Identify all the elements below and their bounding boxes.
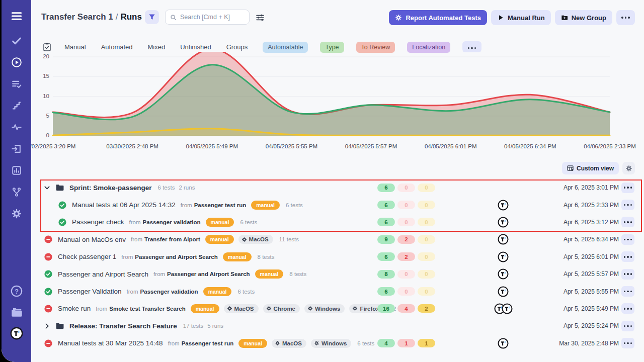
run-date: Apr 5, 2025 5:55 PM xyxy=(564,288,619,295)
run-row[interactable]: Manual tests at 06 Apr 2025 14:32fromPas… xyxy=(31,196,644,213)
x-axis-label: /02/2025 3:20 PM xyxy=(31,143,86,149)
filter-pill-to-review[interactable]: To Review xyxy=(356,42,395,53)
source-run-name: Passenger validation xyxy=(140,289,198,295)
filter-pill-automatable[interactable]: Automatable xyxy=(263,42,308,53)
failed-count-pill: 0 xyxy=(397,184,415,192)
tab-mixed[interactable]: Mixed xyxy=(148,43,166,51)
header-more-button[interactable] xyxy=(616,10,635,25)
skipped-count-pill: 0 xyxy=(418,270,435,279)
sidebar-item-help[interactable]: ? xyxy=(11,286,23,297)
ellipsis-icon xyxy=(623,308,633,310)
environment-label: Windows xyxy=(321,340,347,346)
row-more-button[interactable] xyxy=(621,269,634,280)
filter-pills: AutomatableTypeTo ReviewLocalization xyxy=(263,42,462,51)
from-label: from xyxy=(153,271,165,277)
result-counts: 920 xyxy=(377,235,435,244)
environment-label: Chrome xyxy=(274,306,295,312)
group-runs-count: 5 runs xyxy=(207,323,223,329)
run-row[interactable]: Manual on MacOs envfromTransfer from Aip… xyxy=(31,231,644,248)
adjustments-icon[interactable] xyxy=(256,13,265,22)
sidebar-item-logo-avatar[interactable] xyxy=(11,328,23,339)
sidebar-item-gear[interactable] xyxy=(11,208,23,219)
row-more-button[interactable] xyxy=(621,234,634,245)
filter-pill-localization[interactable]: Localization xyxy=(407,42,450,53)
check-icon xyxy=(11,35,22,46)
search-box[interactable] xyxy=(165,10,250,25)
gear-icon xyxy=(625,165,632,172)
result-counts: 800 xyxy=(377,270,435,279)
tab-automated[interactable]: Automated xyxy=(101,43,133,51)
row-more-button[interactable] xyxy=(621,251,634,262)
sidebar-item-hamburger-menu[interactable] xyxy=(11,11,23,22)
environment-pill: Windows xyxy=(304,304,345,313)
row-more-button[interactable] xyxy=(621,286,634,297)
sidebar-item-pulse[interactable] xyxy=(11,122,23,133)
run-date: Apr 5, 2025 6:34 PM xyxy=(564,236,619,243)
run-row[interactable]: Check passenger 1fromPassenger and Airpo… xyxy=(31,248,644,265)
group-row[interactable]: Release: Transfer Search Feature17 tests… xyxy=(31,317,644,334)
passed-count-pill: 6 xyxy=(377,184,395,192)
chevron-down-icon[interactable] xyxy=(43,184,51,192)
sidebar-item-list-check[interactable] xyxy=(11,78,23,89)
more-filters-pill[interactable] xyxy=(462,41,481,52)
passed-count-pill: 16 xyxy=(377,304,395,313)
pulse-icon xyxy=(11,122,22,133)
row-more-button[interactable] xyxy=(621,321,634,331)
run-date: Mar 30, 2025 2:48 PM xyxy=(559,340,619,347)
tests-count: 8 tests xyxy=(289,271,306,277)
passed-count-pill: 8 xyxy=(377,270,395,279)
manual-badge: manual xyxy=(223,252,252,261)
manual-badge: manual xyxy=(206,218,234,227)
skipped-count-pill: 0 xyxy=(418,252,435,261)
failed-count-pill: 4 xyxy=(397,304,415,313)
sidebar-item-folders[interactable] xyxy=(11,307,23,318)
filter-pill-type[interactable]: Type xyxy=(320,42,344,53)
environment-pill: Windows xyxy=(311,339,351,348)
run-row[interactable]: Passenger and Airport SearchfromPassenge… xyxy=(31,265,644,283)
sidebar-bottom: ? xyxy=(11,286,23,339)
assignee-avatars xyxy=(492,286,514,297)
avatar xyxy=(498,234,509,245)
environment-label: MacOS xyxy=(234,306,254,312)
from-label: from xyxy=(129,219,141,225)
folders-icon xyxy=(10,306,23,319)
manual-run-button[interactable]: Manual Run xyxy=(491,10,551,25)
search-input[interactable] xyxy=(180,14,245,21)
run-row[interactable]: Manual tests at 30 Mar 2025 14:48fromPas… xyxy=(31,335,644,352)
row-more-button[interactable] xyxy=(621,217,634,227)
status-passed-icon xyxy=(58,218,66,226)
run-row[interactable]: Passenger checkfromPassenger validationm… xyxy=(31,214,644,231)
skipped-count-pill: 0 xyxy=(418,201,435,209)
tab-groups[interactable]: Groups xyxy=(226,43,248,51)
sidebar-item-analytics[interactable] xyxy=(11,165,23,176)
area-chart-svg xyxy=(31,52,644,140)
new-group-button[interactable]: New Group xyxy=(555,10,612,25)
stairs-icon xyxy=(11,100,22,111)
sidebar-item-check[interactable] xyxy=(11,35,23,46)
tab-unfinished[interactable]: Unfinished xyxy=(180,43,211,51)
group-row[interactable]: Sprint: Smoke-passenger6 tests2 runs600A… xyxy=(31,179,644,196)
custom-view-button[interactable]: Custom view xyxy=(562,162,619,174)
filter-button[interactable] xyxy=(145,10,159,24)
view-settings-button[interactable] xyxy=(622,162,635,174)
report-automated-tests-button[interactable]: Report Automated Tests xyxy=(389,10,487,25)
status-passed-icon xyxy=(44,288,52,296)
row-more-button[interactable] xyxy=(621,303,634,314)
header-actions: Report Automated Tests Manual Run New Gr… xyxy=(389,10,635,25)
run-row[interactable]: Passenger ValidationfromPassenger valida… xyxy=(31,283,644,300)
row-more-button[interactable] xyxy=(621,338,634,348)
tab-manual[interactable]: Manual xyxy=(64,43,86,51)
row-more-button[interactable] xyxy=(621,200,634,210)
run-row[interactable]: Smoke runfromSmoke test Transfer Searchm… xyxy=(31,300,644,317)
chevron-right-icon[interactable] xyxy=(43,322,51,330)
analytics-icon xyxy=(11,165,22,176)
sidebar-item-play-circle[interactable] xyxy=(11,57,23,68)
import-icon xyxy=(11,143,22,154)
svg-text:?: ? xyxy=(15,288,19,295)
sidebar-item-import[interactable] xyxy=(11,143,23,154)
failed-count-pill: 0 xyxy=(397,218,415,226)
sidebar-item-stairs[interactable] xyxy=(11,100,23,111)
sidebar-item-branch[interactable] xyxy=(11,187,23,198)
run-date: Apr 6, 2025 3:01 PM xyxy=(564,184,619,191)
row-more-button[interactable] xyxy=(621,183,634,193)
